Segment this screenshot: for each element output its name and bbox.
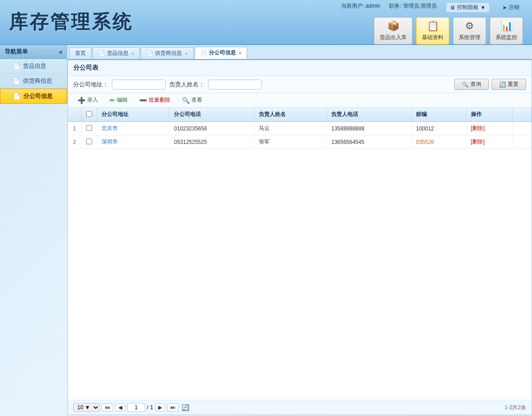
select-all-checkbox[interactable] xyxy=(86,111,92,117)
search-icon: 🔍 xyxy=(462,81,469,88)
user-role: 职务: 管理员,管理员 xyxy=(389,2,437,13)
page-separator: / xyxy=(147,404,148,411)
logout-button[interactable]: ➤ 注销 xyxy=(499,2,523,13)
table-row: 1 北京市 01023235656 马云 13588888888 100012 … xyxy=(68,122,532,135)
sidebar-wrapper: 导航菜单 « 📄 货品信息 📄 供货商信息 📄 分公司信息 xyxy=(0,45,67,415)
search-bar: 分公司地址： 负责人姓名： 🔍 查询 🔄 重置 xyxy=(68,76,532,93)
basic-icon: 📋 xyxy=(427,20,439,32)
system-monitor-button[interactable]: 📊 系统监控 xyxy=(490,17,523,45)
name-search-label: 负责人姓名： xyxy=(169,81,204,89)
toolbar: ➕ 录入 ✏ 编辑 ➖ 批量删除 🔍 查看 xyxy=(68,93,532,107)
content-panel: 分公司表 分公司地址： 负责人姓名： 🔍 查询 🔄 重置 xyxy=(67,60,532,415)
page-size-select[interactable]: 10 ▼ 20 50 xyxy=(73,403,100,412)
goods-tab-close[interactable]: × xyxy=(131,51,134,56)
sidebar-header: 导航菜单 « xyxy=(0,45,67,59)
col-checkbox-header xyxy=(81,107,97,122)
action-buttons: 🔍 查询 🔄 重置 xyxy=(454,79,526,90)
col-zip-header: 邮编 xyxy=(411,107,466,122)
table-row: 2 深圳市 05312525525 张军 13656564545 035526 … xyxy=(68,135,532,149)
branch-tab-icon: 📄 xyxy=(200,50,207,56)
query-button[interactable]: 🔍 查询 xyxy=(454,79,489,90)
basic-label: 基础资料 xyxy=(422,34,443,41)
supplier-icon: 📄 xyxy=(13,77,20,85)
address-search-label: 分公司地址： xyxy=(73,81,108,89)
sidebar-title: 导航菜单 xyxy=(4,48,28,56)
control-panel-button[interactable]: 🖥 控制面板 ▼ xyxy=(446,2,490,13)
col-extra-header xyxy=(513,107,532,122)
address-search-input[interactable] xyxy=(112,80,166,89)
row2-checkbox[interactable] xyxy=(86,139,92,144)
tab-goods[interactable]: 📄 货品信息 × xyxy=(93,47,140,59)
current-user: 当前用户: admin xyxy=(341,2,380,13)
header-right: 当前用户: admin 职务: 管理员,管理员 🖥 控制面板 ▼ ➤ 注销 📦 … xyxy=(337,0,528,47)
tab-branch[interactable]: 📄 分公司信息 × xyxy=(195,47,247,59)
col-num xyxy=(68,107,81,122)
sidebar-supplier-label: 供货商信息 xyxy=(23,77,52,85)
edit-button[interactable]: ✏ 编辑 xyxy=(105,95,132,105)
supplier-tab-close[interactable]: × xyxy=(185,51,187,56)
next-page-btn[interactable]: ▶ xyxy=(155,403,165,412)
row1-address-link[interactable]: 北京市 xyxy=(102,125,118,131)
data-table: 分公司地址 分公司电话 负责人姓名 负责人电话 邮编 操作 1 xyxy=(68,107,532,149)
col-address-header: 分公司地址 xyxy=(97,107,169,122)
goods-inout-button[interactable]: 📦 货品出入库 xyxy=(374,17,412,45)
supplier-tab-icon: 📄 xyxy=(146,50,153,57)
view-button[interactable]: 🔍 查看 xyxy=(177,95,207,105)
current-page-input[interactable] xyxy=(127,403,145,412)
col-action-header: 操作 xyxy=(466,107,512,122)
reset-icon: 🔄 xyxy=(499,81,506,88)
row2-address-link[interactable]: 深圳市 xyxy=(102,139,118,145)
delete-icon: ➖ xyxy=(139,97,147,104)
app-title: 库存管理系统 xyxy=(9,9,133,35)
first-page-btn[interactable]: ⏮ xyxy=(102,403,113,412)
branch-icon: 📄 xyxy=(13,93,21,100)
name-search-input[interactable] xyxy=(208,80,262,89)
row2-phone: 05312525525 xyxy=(169,135,254,149)
tabs-bar: 首页 📄 货品信息 × 📄 供货商信息 × 📄 分公司信息 × xyxy=(67,45,532,60)
main-toolbar: 📦 货品出入库 📋 基础资料 ⚙ 系统管理 📊 系统监控 xyxy=(369,15,528,47)
main-layout: 导航菜单 « 📄 货品信息 📄 供货商信息 📄 分公司信息 首页 xyxy=(0,45,532,415)
reset-button[interactable]: 🔄 重置 xyxy=(492,79,526,90)
goods-icon: 📄 xyxy=(13,63,20,70)
last-page-btn[interactable]: ⏭ xyxy=(167,403,179,412)
row1-action: [删除] xyxy=(466,122,512,135)
sidebar-item-supplier[interactable]: 📄 供货商信息 xyxy=(0,74,67,89)
row2-action: [删除] xyxy=(466,135,512,149)
sidebar-collapse-btn[interactable]: « xyxy=(59,48,62,55)
home-tab-label: 首页 xyxy=(75,49,86,57)
row2-zip-text: 035526 xyxy=(416,139,434,145)
add-button[interactable]: ➕ 录入 xyxy=(73,95,102,105)
view-icon: 🔍 xyxy=(182,97,190,104)
batch-delete-button[interactable]: ➖ 批量删除 xyxy=(135,95,175,105)
sidebar-goods-label: 货品信息 xyxy=(23,62,46,70)
row1-checkbox[interactable] xyxy=(86,125,92,131)
monitor-label: 系统监控 xyxy=(496,34,517,41)
sidebar-item-goods[interactable]: 📄 货品信息 xyxy=(0,59,67,74)
user-info-bar: 当前用户: admin 职务: 管理员,管理员 🖥 控制面板 ▼ ➤ 注销 xyxy=(337,0,528,15)
tab-supplier[interactable]: 📄 供货商信息 × xyxy=(141,47,193,59)
tab-home[interactable]: 首页 xyxy=(69,47,92,59)
app-header: 库存管理系统 当前用户: admin 职务: 管理员,管理员 🖥 控制面板 ▼ … xyxy=(0,0,532,45)
goods-tab-icon: 📄 xyxy=(98,50,105,57)
monitor-icon2: 📊 xyxy=(501,20,513,32)
basic-data-button[interactable]: 📋 基础资料 xyxy=(416,17,449,45)
sidebar-branch-label: 分公司信息 xyxy=(23,92,53,100)
table-header-row: 分公司地址 分公司电话 负责人姓名 负责人电话 邮编 操作 xyxy=(68,107,532,122)
system-icon: ⚙ xyxy=(465,20,474,32)
row2-delete-link[interactable]: [删除] xyxy=(471,139,485,145)
row1-delete-link[interactable]: [删除] xyxy=(471,125,485,131)
arrow-icon: ➤ xyxy=(502,4,507,11)
prev-page-btn[interactable]: ◀ xyxy=(115,403,125,412)
goods-tab-label: 货品信息 xyxy=(107,49,129,57)
total-pages: 1 xyxy=(150,404,153,411)
row1-address: 北京市 xyxy=(97,122,169,135)
sidebar-item-branch[interactable]: 📄 分公司信息 xyxy=(0,89,67,104)
row1-name: 马云 xyxy=(254,122,327,135)
supplier-tab-label: 供货商信息 xyxy=(155,49,182,57)
refresh-btn[interactable]: 🔄 xyxy=(181,403,190,412)
row1-contact: 13588888888 xyxy=(327,122,412,135)
inout-label: 货品出入库 xyxy=(380,34,407,41)
row2-zip: 035526 xyxy=(411,135,466,149)
branch-tab-close[interactable]: × xyxy=(239,50,241,56)
system-manage-button[interactable]: ⚙ 系统管理 xyxy=(453,17,486,45)
